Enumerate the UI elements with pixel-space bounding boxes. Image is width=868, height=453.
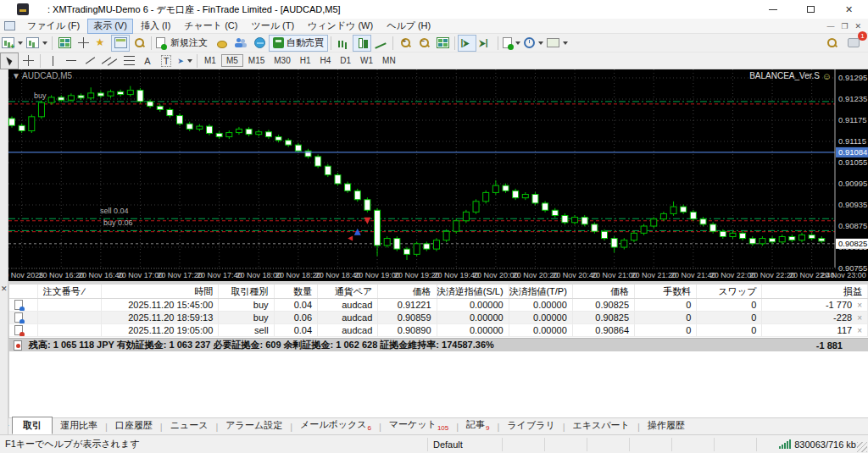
column-header[interactable]: 時間	[102, 285, 219, 298]
strategy-tester-button[interactable]	[130, 35, 148, 52]
terminal-tab[interactable]: ライブラリ	[499, 417, 562, 434]
candlestick-button[interactable]	[353, 35, 371, 52]
close-position-button[interactable]: ×	[857, 313, 862, 323]
menu-item[interactable]: チャート (C)	[178, 19, 243, 34]
table-cell: 2025.11.20 18:59:13	[102, 312, 219, 323]
periods-button[interactable]	[522, 35, 545, 52]
menu-item[interactable]: ウィンドウ (W)	[302, 19, 379, 34]
navigator-button[interactable]: ★	[92, 35, 111, 52]
terminal-tab[interactable]: 操作履歴	[640, 417, 693, 434]
timeframe-button-d1[interactable]: D1	[336, 55, 355, 66]
market-watch-button[interactable]	[55, 35, 74, 52]
time-axis-label: 20 Nov 21:40	[670, 271, 716, 279]
column-header[interactable]: 価格	[573, 285, 635, 298]
status-profile[interactable]: Default	[428, 438, 503, 451]
terminal-tab[interactable]: アラーム設定	[218, 417, 290, 434]
timeframe-button-m30[interactable]: M30	[270, 55, 294, 66]
menu-item[interactable]: ヘルプ (H)	[381, 19, 437, 34]
column-header[interactable]: 通貨ペア	[318, 285, 378, 298]
table-cell: 0.06	[275, 312, 319, 323]
arrows-tool-button[interactable]: ➤	[175, 52, 194, 69]
zoom-in-button[interactable]: +	[396, 35, 415, 52]
profiles-button[interactable]	[25, 35, 49, 52]
terminal-close-icon[interactable]: ✕	[1, 285, 8, 293]
time-axis-label: 20 Nov 18:40	[315, 271, 361, 279]
table-row[interactable]: 2025.11.20 19:05:00sell0.04audcad0.90890…	[9, 324, 868, 337]
price-axis-label: 0.91295	[838, 73, 867, 82]
column-header[interactable]: スワップ	[697, 285, 762, 298]
table-row[interactable]: 2025.11.20 18:59:13buy0.06audcad0.908590…	[9, 312, 868, 324]
crosshair-tool-button[interactable]	[19, 52, 37, 69]
timeframe-button-w1[interactable]: W1	[356, 55, 377, 66]
line-chart-button[interactable]	[371, 35, 390, 52]
mdi-close-button[interactable]: ✕	[854, 22, 861, 30]
timeframe-button-mn[interactable]: MN	[378, 55, 400, 66]
resize-grip[interactable]	[857, 442, 867, 452]
column-header[interactable]: 決済指値(T/P)	[509, 285, 573, 298]
data-window-button[interactable]	[74, 35, 92, 52]
timeframe-button-m15[interactable]: M15	[244, 55, 269, 66]
column-header[interactable]: 注文番号 ∕	[38, 285, 102, 298]
trendline-tool-button[interactable]	[81, 52, 99, 69]
terminal-tab[interactable]: 運用比率	[53, 417, 105, 434]
table-cell: 117×	[762, 324, 868, 336]
bar-chart-button[interactable]	[334, 35, 353, 52]
cursor-tool-button[interactable]	[0, 52, 19, 69]
symbols-button[interactable]	[213, 35, 231, 52]
chart-area[interactable]: buysell 0.04buy 0.060.912950.912350.9117…	[0, 69, 868, 281]
menu-item[interactable]: ファイル (F)	[21, 19, 86, 34]
zoom-out-button[interactable]: −	[415, 35, 433, 52]
timeframe-button-m5[interactable]: M5	[221, 54, 243, 67]
maximize-button[interactable]	[792, 0, 830, 19]
tile-windows-button[interactable]	[433, 35, 452, 52]
table-cell: buy	[219, 312, 274, 323]
mdi-minimize-button[interactable]: —	[826, 22, 834, 30]
minimize-button[interactable]	[754, 0, 792, 19]
templates-button[interactable]	[545, 35, 570, 52]
search-icon[interactable]	[822, 35, 841, 52]
close-position-button[interactable]: ×	[857, 326, 862, 335]
timeframe-button-h4[interactable]: H4	[316, 55, 336, 66]
column-header[interactable]: 価格	[378, 285, 437, 298]
terminal-tab[interactable]: 口座履歴	[108, 417, 160, 434]
menu-item[interactable]: 表示 (V)	[87, 19, 133, 34]
vertical-line-tool-button[interactable]	[43, 52, 62, 69]
community-button[interactable]	[231, 35, 250, 52]
horizontal-line-tool-button[interactable]	[62, 52, 81, 69]
column-header[interactable]: 手数料	[635, 285, 697, 298]
table-cell: 0.04	[275, 299, 319, 311]
column-header[interactable]: 決済逆指値(S/L)	[437, 285, 509, 298]
close-position-button[interactable]: ×	[857, 301, 862, 310]
auto-trading-button[interactable]: 自動売買	[269, 35, 328, 52]
terminal-tab[interactable]: マーケット105	[381, 417, 456, 434]
auto-scroll-button[interactable]: |⮞	[458, 35, 476, 52]
menu-item[interactable]: 挿入 (I)	[135, 19, 176, 34]
fibonacci-tool-button[interactable]	[120, 52, 138, 69]
terminal-button[interactable]	[111, 35, 130, 52]
column-header[interactable]: 損益	[762, 285, 868, 298]
terminal-tab[interactable]: 取引	[12, 417, 53, 434]
timeframe-button-m1[interactable]: M1	[200, 55, 220, 66]
mdi-restore-button[interactable]: ❐	[841, 22, 848, 30]
table-cell: 0.90859	[378, 312, 437, 323]
timeframe-button-h1[interactable]: H1	[296, 55, 315, 66]
terminal-tab[interactable]: 記事9	[459, 417, 497, 434]
channel-tool-button[interactable]	[99, 52, 120, 69]
text-label-tool-button[interactable]: T	[157, 52, 175, 69]
text-tool-button[interactable]: A	[138, 52, 157, 69]
chart-shift-button[interactable]: ⮞|	[476, 35, 495, 52]
table-row[interactable]: 2025.11.20 15:45:00buy0.04audcad0.912210…	[9, 299, 868, 312]
new-order-button[interactable]: 新規注文	[154, 35, 213, 52]
new-chart-button[interactable]: +	[0, 35, 25, 52]
terminal-tab[interactable]: メールボックス6	[292, 417, 379, 434]
column-header[interactable]: 取引種別	[219, 285, 274, 298]
menu-item[interactable]: ツール (T)	[245, 19, 300, 34]
terminal-tab[interactable]: ニュース	[163, 417, 216, 434]
notifications-icon[interactable]: 1	[844, 35, 863, 52]
close-button[interactable]: ✕	[830, 0, 868, 19]
broadcast-button[interactable]	[250, 35, 269, 52]
indicators-button[interactable]	[501, 35, 522, 52]
terminal-tab[interactable]: エキスパート	[565, 417, 637, 434]
column-header[interactable]	[9, 285, 38, 298]
column-header[interactable]: 数量	[275, 285, 319, 298]
